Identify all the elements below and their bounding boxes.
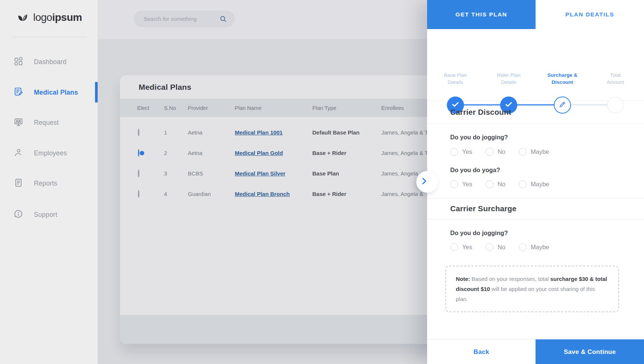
elect-radio-selected[interactable] [138,149,139,157]
radio-circle-icon [486,148,493,156]
save-continue-button[interactable]: Save & Continue [536,339,644,364]
sidebar-item-medical-plans[interactable]: Medical Plans [0,82,98,103]
sidebar-item-employees[interactable]: Employees [0,143,98,164]
radio-option-yes[interactable]: Yes [450,243,472,251]
plan-name-link[interactable]: Medical Plan Silver [235,170,285,177]
plan-name-link[interactable]: Medical Plan Gold [235,150,283,156]
radio-option-yes[interactable]: Yes [450,148,472,156]
col-header-provider: Provider [188,105,235,111]
sno-cell: 4 [164,191,188,197]
provider-cell: BCBS [188,170,235,177]
elect-radio[interactable] [138,170,139,177]
radio-circle-icon [450,180,458,188]
search-input[interactable] [134,16,219,22]
active-nav-indicator [95,82,98,102]
sidebar: logoipsum Dashboard Medical Plans [0,0,98,364]
plan-type-cell: Base + Rider [312,150,381,156]
question-jogging-discount: Do you do jogging? [450,134,508,141]
sno-cell: 1 [164,129,188,136]
step-label-rider-plan: Rider PlanDetails [483,72,535,86]
elect-radio[interactable] [138,190,139,198]
note-body-1: Based on your responses, total [470,276,550,282]
chevron-right-icon [419,176,435,187]
radio-option-no[interactable]: No [486,243,505,251]
get-plan-drawer: GET THIS PLAN PLAN DEATILS Base PlanDeta… [427,0,644,364]
radio-circle-icon [486,180,493,188]
radio-circle-icon [450,243,458,251]
col-header-plan-type: Plan Type [312,105,381,111]
tab-get-this-plan[interactable]: GET THIS PLAN [427,0,536,29]
sidebar-item-label: Support [34,211,57,219]
note-prefix: Note: [456,276,470,282]
col-header-sno: S.No [164,105,188,111]
step-label-surcharge-discount: Surcharge &Discount [536,72,588,86]
logo-text: logoipsum [33,12,82,23]
section-title-carrier-surcharge: Carrier Surcharge [427,198,644,219]
provider-cell: Guardian [188,191,235,197]
dashboard-icon [13,56,23,68]
radio-circle-icon [519,180,527,188]
step-label-base-plan: Base PlanDetails [429,72,482,86]
search-icon[interactable] [219,15,227,23]
section-title-carrier-discount: Carrier Discount [427,101,644,124]
sno-cell: 2 [164,150,188,156]
request-icon [13,117,23,129]
sidebar-item-request[interactable]: Request [0,112,98,133]
col-header-plan-name: Plan Name [235,105,312,111]
leaf-logo-icon [16,10,30,25]
back-button[interactable]: Back [427,339,536,364]
plan-type-cell: Base + Rider [312,191,381,197]
sidebar-item-dashboard[interactable]: Dashboard [0,51,98,72]
drawer-collapse-button[interactable] [416,171,438,193]
radio-group-yoga-discount: Yes No Maybe [450,180,549,188]
sidebar-item-reports[interactable]: Reports [0,173,98,194]
provider-cell: Aetna [188,150,235,156]
plan-type-cell: Default Base Plan [312,129,381,136]
elect-radio[interactable] [138,129,139,136]
radio-group-jogging-surcharge: Yes No Maybe [450,243,549,251]
radio-option-maybe[interactable]: Maybe [519,180,549,188]
step-label-total-amount: TotalAmount [589,72,641,86]
radio-circle-icon [450,148,458,156]
radio-option-maybe[interactable]: Maybe [519,148,549,156]
tab-plan-details[interactable]: PLAN DEATILS [536,0,644,29]
reports-icon [13,178,23,189]
sidebar-item-label: Medical Plans [34,89,78,96]
note-box: Note: Based on your responses, total sur… [445,266,619,312]
radio-circle-icon [486,243,493,251]
plan-type-cell: Base Plan [312,170,381,177]
plan-name-link[interactable]: Medical Plan 1001 [235,129,282,136]
sno-cell: 3 [164,170,188,177]
plan-name-link[interactable]: Medical Plan Bronch [235,191,290,197]
support-icon [13,209,23,221]
app-window: logoipsum Dashboard Medical Plans [0,0,644,364]
sidebar-divider [11,37,86,37]
stepper: Base PlanDetails Rider PlanDetails Surch… [427,29,644,101]
sidebar-item-label: Request [34,119,59,127]
search-bar [134,10,235,27]
sidebar-item-label: Reports [34,180,57,187]
radio-circle-icon [519,148,527,156]
radio-option-yes[interactable]: Yes [450,180,472,188]
sidebar-item-label: Employees [34,149,67,157]
employees-icon [13,148,23,159]
sidebar-item-label: Dashboard [34,58,66,66]
drawer-tabs: GET THIS PLAN PLAN DEATILS [427,0,644,29]
radio-circle-icon [519,243,527,251]
radio-option-maybe[interactable]: Maybe [519,243,549,251]
question-jogging-surcharge: Do you do jogging? [450,230,508,237]
logo: logoipsum [16,10,82,25]
provider-cell: Aetna [188,129,235,136]
radio-option-no[interactable]: No [486,148,505,156]
sidebar-item-support[interactable]: Support [0,204,98,225]
radio-option-no[interactable]: No [486,180,505,188]
col-header-elect: Elect [137,105,164,111]
drawer-footer: Back Save & Continue [427,339,644,364]
question-yoga-discount: Do you do yoga? [450,167,500,174]
medical-plans-icon [13,87,23,98]
radio-group-jogging-discount: Yes No Maybe [450,148,549,156]
